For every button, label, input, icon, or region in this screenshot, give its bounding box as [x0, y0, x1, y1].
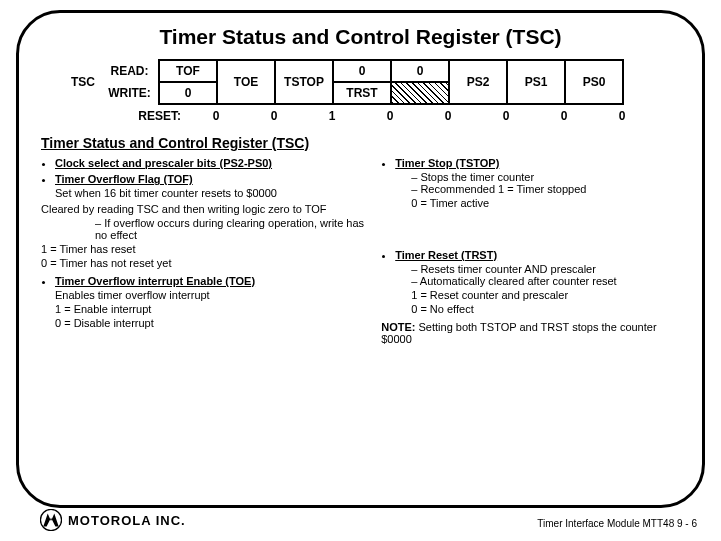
tof-one-text: 1 = Timer has reset: [41, 243, 371, 255]
reset-bit7: 0: [187, 105, 245, 127]
note-label: NOTE:: [381, 321, 415, 333]
bit3-read: 0: [391, 60, 449, 82]
reset-bit5: 1: [303, 105, 361, 127]
bit4-read: 0: [333, 60, 391, 82]
logo-footer: MOTOROLA INC.: [40, 509, 186, 531]
reset-bit2: 0: [477, 105, 535, 127]
bit7-write: 0: [159, 82, 217, 104]
tof-set-text: Set when 16 bit timer counter resets to …: [55, 187, 371, 199]
note-line: NOTE: Setting both TSTOP and TRST stops …: [381, 321, 680, 345]
trst-one-text: 1 = Reset counter and prescaler: [395, 289, 680, 301]
reset-row: RESET: 0 0 1 0 0 0 0 0: [71, 105, 651, 127]
slide-title: Timer Status and Control Register (TSC): [41, 25, 680, 49]
reset-bit1: 0: [535, 105, 593, 127]
bullet-clock-select: Clock select and prescaler bits (PS2-PS0…: [55, 157, 371, 169]
tof-cleared-text: Cleared by reading TSC and then writing …: [41, 203, 371, 215]
trst-zero-text: 0 = No effect: [395, 303, 680, 315]
reset-bit6: 0: [245, 105, 303, 127]
bit4-write: TRST: [333, 82, 391, 104]
slide-frame: Timer Status and Control Register (TSC) …: [16, 10, 705, 508]
tstop-rec-text: Recommended 1 = Timer stopped: [411, 183, 680, 195]
tstop-zero-text: 0 = Timer active: [395, 197, 680, 209]
bullet-tof: Timer Overflow Flag (TOF) Set when 16 bi…: [55, 173, 371, 199]
bit1: PS1: [507, 60, 565, 104]
write-row-label: WRITE:: [101, 82, 159, 104]
note-text: Setting both TSTOP and TRST stops the co…: [381, 321, 656, 345]
trst-resets-text: Resets timer counter AND prescaler: [411, 263, 680, 275]
reset-row-label: RESET:: [129, 105, 187, 127]
logo-text: MOTOROLA INC.: [68, 513, 186, 528]
read-row-label: READ:: [101, 60, 159, 82]
tstop-stops-text: Stops the timer counter: [411, 171, 680, 183]
bullet-trst: Timer Reset (TRST) Resets timer counter …: [395, 249, 680, 315]
motorola-logo-icon: [40, 509, 62, 531]
right-column: Timer Stop (TSTOP) Stops the timer count…: [381, 157, 680, 345]
register-name: TSC: [71, 60, 101, 104]
toe-enable-text: Enables timer overflow interrupt: [55, 289, 371, 301]
register-diagram: TSC READ: TOF TOE TSTOP 0 0 PS2 PS1 PS0 …: [71, 59, 680, 127]
toe-zero-text: 0 = Disable interrupt: [55, 317, 371, 329]
register-table: TSC READ: TOF TOE TSTOP 0 0 PS2 PS1 PS0 …: [71, 59, 624, 105]
section-title: Timer Status and Control Register (TSC): [41, 135, 680, 151]
reset-bit3: 0: [419, 105, 477, 127]
content-columns: Clock select and prescaler bits (PS2-PS0…: [41, 157, 680, 345]
bit6: TOE: [217, 60, 275, 104]
reset-bit4: 0: [361, 105, 419, 127]
bit7-read: TOF: [159, 60, 217, 82]
bullet-toe: Timer Overflow interrupt Enable (TOE) En…: [55, 275, 371, 329]
left-column: Clock select and prescaler bits (PS2-PS0…: [41, 157, 371, 345]
bit2: PS2: [449, 60, 507, 104]
trst-auto-text: Automatically cleared after counter rese…: [411, 275, 680, 287]
bullet-tstop: Timer Stop (TSTOP) Stops the timer count…: [395, 157, 680, 209]
toe-one-text: 1 = Enable interrupt: [55, 303, 371, 315]
page-footer: Timer Interface Module MTT48 9 - 6: [537, 518, 697, 529]
tof-zero-text: 0 = Timer has not reset yet: [41, 257, 371, 269]
tof-noeffect-text: If overflow occurs during clearing opera…: [95, 217, 371, 241]
bit5: TSTOP: [275, 60, 333, 104]
bit0: PS0: [565, 60, 623, 104]
reset-bit0: 0: [593, 105, 651, 127]
bit3-write: [391, 82, 449, 104]
